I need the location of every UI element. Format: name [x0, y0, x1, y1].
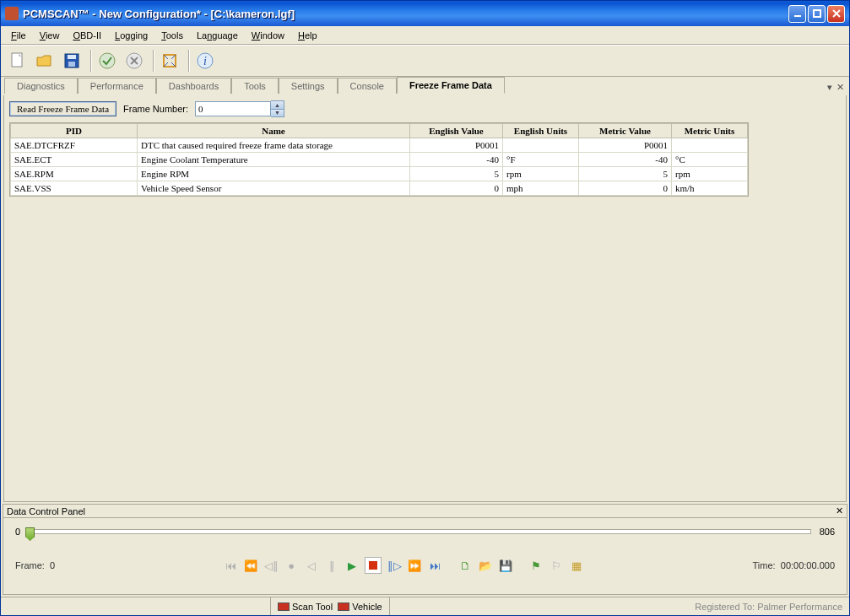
col-metric-units[interactable]: Metric Units [672, 124, 748, 138]
table-row[interactable]: SAE.VSSVehicle Speed Sensor0mph0km/h [11, 181, 748, 196]
menu-file[interactable]: File [4, 28, 33, 43]
menu-tools[interactable]: Tools [154, 28, 190, 43]
svg-marker-6 [37, 56, 51, 66]
skip-start-icon[interactable]: ⏮ [223, 558, 238, 573]
play-icon[interactable]: ▶ [344, 558, 360, 573]
cell-english-units: mph [503, 181, 579, 196]
slider-min: 0 [15, 527, 20, 537]
step-forward-icon[interactable]: ∥▷ [387, 558, 402, 573]
close-button[interactable] [827, 5, 845, 23]
cell-pid: SAE.RPM [11, 167, 138, 181]
cell-name: Engine Coolant Temperature [138, 153, 410, 167]
spinner-up-icon[interactable]: ▲ [271, 101, 284, 110]
col-name[interactable]: Name [138, 124, 410, 138]
status-connections: Scan Tool Vehicle [271, 597, 390, 615]
play-reverse-icon[interactable]: ◁ [304, 558, 319, 573]
cell-pid: SAE.DTCFRZF [11, 138, 138, 153]
tab-dropdown-icon[interactable]: ▾ [827, 82, 832, 93]
time-label: Time: [753, 560, 776, 570]
open-file-icon[interactable] [33, 49, 57, 73]
save-log-icon[interactable]: 💾 [498, 558, 513, 573]
new-file-icon[interactable] [6, 49, 30, 73]
stop-button[interactable] [365, 557, 382, 574]
step-back-icon[interactable]: ◁∥ [263, 558, 279, 573]
cell-pid: SAE.ECT [11, 153, 138, 167]
connect-icon[interactable] [95, 49, 119, 73]
menubar: File View OBD-II Logging Tools Language … [1, 26, 849, 45]
vehicle-label: Vehicle [352, 602, 382, 612]
status-registered: Registered To: Palmer Performance [688, 597, 849, 615]
cell-english-units [503, 138, 579, 153]
tab-dashboards[interactable]: Dashboards [156, 78, 231, 94]
data-panel-close-icon[interactable]: ✕ [836, 505, 843, 516]
app-window: PCMSCAN™ - New Configuration* - [C:\kame… [0, 0, 850, 616]
vehicle-swatch [338, 602, 349, 611]
cell-metric-units: °C [672, 153, 748, 167]
table-row[interactable]: SAE.RPMEngine RPM5rpm5rpm [11, 167, 748, 181]
toolbar: i [1, 45, 849, 77]
cell-pid: SAE.VSS [11, 181, 138, 196]
col-english-value[interactable]: English Value [410, 124, 503, 138]
frame-number-input[interactable] [195, 101, 271, 116]
disconnect-icon[interactable] [122, 49, 146, 73]
table-header-row: PID Name English Value English Units Met… [11, 124, 748, 138]
read-freeze-frame-button[interactable]: Read Freeze Frame Data [9, 101, 116, 116]
rewind-icon[interactable]: ⏪ [243, 558, 258, 573]
cell-english-value: 0 [410, 181, 503, 196]
skip-end-icon[interactable]: ⏭ [427, 558, 442, 573]
svg-text:i: i [203, 55, 207, 68]
menu-view[interactable]: View [33, 28, 67, 43]
frame-label: Frame: [15, 560, 45, 570]
menu-language[interactable]: Language [190, 28, 245, 43]
fullscreen-icon[interactable] [158, 49, 181, 73]
tab-console[interactable]: Console [338, 78, 397, 94]
record-icon[interactable]: ● [284, 558, 299, 573]
tab-settings[interactable]: Settings [279, 78, 338, 94]
new-log-icon[interactable]: 🗋 [457, 558, 473, 573]
app-icon [5, 7, 19, 20]
titlebar[interactable]: PCMSCAN™ - New Configuration* - [C:\kame… [1, 1, 849, 26]
spinner-down-icon[interactable]: ▼ [271, 110, 284, 117]
tab-freeze-frame[interactable]: Freeze Frame Data [397, 77, 505, 94]
cell-english-value: 5 [410, 167, 503, 181]
scan-tool-label: Scan Tool [292, 602, 333, 612]
tabstrip-aux: ▾ ✕ [827, 82, 849, 93]
menu-window[interactable]: Window [245, 28, 291, 43]
marker-add-icon[interactable]: ⚑ [528, 558, 544, 573]
data-control-panel: Data Control Panel ✕ 0 806 Frame: 0 ⏮ ⏪ … [3, 504, 847, 595]
playback-controls: ⏮ ⏪ ◁∥ ● ◁ ∥ ▶ ∥▷ ⏩ ⏭ 🗋 📂 💾 ⚑ ⚐ ▦ [55, 557, 752, 574]
timeline-slider[interactable] [29, 529, 811, 534]
menu-help[interactable]: Help [291, 28, 324, 43]
tab-performance[interactable]: Performance [78, 78, 156, 94]
table-row[interactable]: SAE.DTCFRZFDTC that caused required free… [11, 138, 748, 153]
maximize-button[interactable] [808, 5, 826, 23]
freeze-action-row: Read Freeze Frame Data Frame Number: ▲ ▼ [9, 100, 841, 117]
info-icon[interactable]: i [193, 49, 217, 73]
tab-tools[interactable]: Tools [231, 78, 279, 94]
table-row[interactable]: SAE.ECTEngine Coolant Temperature-40°F-4… [11, 153, 748, 167]
cell-english-value: P0001 [410, 138, 503, 153]
grid-icon[interactable]: ▦ [569, 558, 584, 573]
fast-forward-icon[interactable]: ⏩ [407, 558, 422, 573]
save-file-icon[interactable] [60, 49, 84, 73]
cell-name: Vehicle Speed Sensor [138, 181, 410, 196]
col-metric-value[interactable]: Metric Value [579, 124, 672, 138]
time-value: 00:00:00.000 [781, 560, 835, 570]
frame-number-spinner[interactable]: ▲ ▼ [195, 100, 284, 117]
cell-metric-units: rpm [672, 167, 748, 181]
tab-diagnostics[interactable]: Diagnostics [4, 78, 78, 94]
cell-name: DTC that caused required freeze frame da… [138, 138, 410, 153]
pause-icon[interactable]: ∥ [324, 558, 339, 573]
marker-remove-icon[interactable]: ⚐ [549, 558, 564, 573]
tab-close-icon[interactable]: ✕ [836, 82, 844, 93]
menu-logging[interactable]: Logging [108, 28, 154, 43]
col-english-units[interactable]: English Units [503, 124, 579, 138]
col-pid[interactable]: PID [11, 124, 138, 138]
freeze-frame-table: PID Name English Value English Units Met… [10, 123, 748, 196]
open-log-icon[interactable]: 📂 [478, 558, 493, 573]
svg-rect-9 [68, 62, 75, 67]
svg-rect-1 [814, 10, 820, 17]
menu-obd[interactable]: OBD-II [66, 28, 108, 43]
window-title: PCMSCAN™ - New Configuration* - [C:\kame… [23, 8, 787, 20]
minimize-button[interactable] [788, 5, 806, 23]
